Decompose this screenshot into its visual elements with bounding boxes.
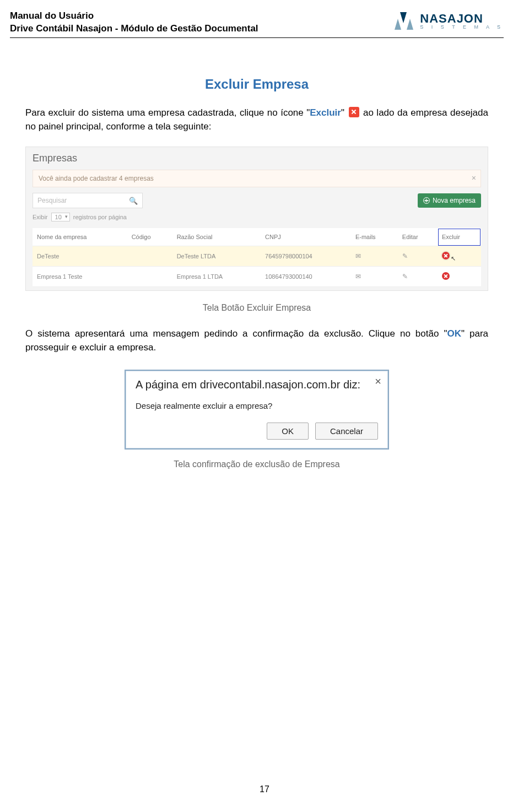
cell-razao: DeTeste LTDA xyxy=(172,246,261,267)
new-company-button[interactable]: Nova empresa xyxy=(418,193,481,208)
doc-title-1: Manual do Usuário xyxy=(10,10,258,23)
cell-editar: ✎ xyxy=(398,246,438,267)
cell-excluir: ↖ xyxy=(438,246,481,267)
dialog-message: Deseja realmente excluir a empresa? xyxy=(136,401,378,410)
section-title: Excluir Empresa xyxy=(25,77,488,92)
col-emails: E-mails xyxy=(351,228,398,246)
panel-toolbar: Pesquisar 🔍 Nova empresa xyxy=(33,193,481,208)
cell-editar: ✎ xyxy=(398,267,438,287)
alert-banner: Você ainda pode cadastrar 4 empresas × xyxy=(33,170,481,187)
search-placeholder: Pesquisar xyxy=(37,197,67,204)
page-size-select[interactable]: 10 xyxy=(51,213,70,221)
col-editar: Editar xyxy=(398,228,438,246)
page-header: Manual do Usuário Drive Contábil Nasajon… xyxy=(10,10,504,38)
plus-icon xyxy=(423,197,430,204)
page-size-row: Exibir 10 registros por página xyxy=(33,213,481,221)
brand-logo: NASAJON S I S T E M A S xyxy=(392,10,504,31)
table-header-row: Nome da empresa Código Razão Social CNPJ… xyxy=(33,228,481,246)
col-cnpj: CNPJ xyxy=(261,228,351,246)
companies-table: Nome da empresa Código Razão Social CNPJ… xyxy=(33,228,481,287)
brand-sub: S I S T E M A S xyxy=(420,25,504,30)
cell-nome: Empresa 1 Teste xyxy=(33,267,127,287)
col-razao: Razão Social xyxy=(172,228,261,246)
figure-caption-1: Tela Botão Excluir Empresa xyxy=(25,303,488,313)
cell-cnpj: 76459798000104 xyxy=(261,246,351,267)
close-icon xyxy=(349,107,359,117)
p1-before: Para excluir do sistema uma empresa cada… xyxy=(25,107,306,118)
brand-logo-text: NASAJON S I S T E M A S xyxy=(420,13,504,30)
mail-icon[interactable]: ✉ xyxy=(355,273,361,280)
nasajon-logo-icon xyxy=(392,11,415,31)
edit-icon[interactable]: ✎ xyxy=(402,252,408,260)
svg-marker-0 xyxy=(395,19,401,30)
cell-codigo xyxy=(127,246,172,267)
col-excluir: Excluir xyxy=(438,228,481,246)
cell-excluir xyxy=(438,267,481,287)
pager-prefix: Exibir xyxy=(33,214,48,220)
col-codigo: Código xyxy=(127,228,172,246)
brand-name: NASAJON xyxy=(420,13,504,25)
dialog-title: A página em drivecontabil.nasajon.com.br… xyxy=(136,378,378,391)
p2-line1: O sistema apresentará uma mensagem pedin… xyxy=(25,328,444,339)
confirm-dialog: × A página em drivecontabil.nasajon.com.… xyxy=(125,370,389,450)
dialog-close-icon[interactable]: × xyxy=(375,375,381,388)
search-icon: 🔍 xyxy=(129,197,138,205)
cell-emails: ✉ xyxy=(351,246,398,267)
cell-razao: Empresa 1 LTDA xyxy=(172,267,261,287)
search-input[interactable]: Pesquisar 🔍 xyxy=(33,193,143,208)
alert-text: Você ainda pode cadastrar 4 empresas xyxy=(39,175,154,182)
table-row: Empresa 1 Teste Empresa 1 LTDA 108647930… xyxy=(33,267,481,287)
mail-icon[interactable]: ✉ xyxy=(355,252,361,260)
cell-codigo xyxy=(127,267,172,287)
p2-ok: OK xyxy=(447,328,461,339)
delete-icon[interactable] xyxy=(442,252,450,259)
cell-nome: DeTeste xyxy=(33,246,127,267)
cell-cnpj: 10864793000140 xyxy=(261,267,351,287)
p1-excluir: Excluir xyxy=(310,107,341,118)
dialog-buttons: OK Cancelar xyxy=(136,423,378,440)
cursor-icon: ↖ xyxy=(451,255,456,262)
p1-qc: " xyxy=(341,107,344,118)
delete-icon[interactable] xyxy=(442,272,450,280)
new-company-label: Nova empresa xyxy=(433,197,476,204)
header-titles: Manual do Usuário Drive Contábil Nasajon… xyxy=(10,10,258,35)
dialog-screenshot: × A página em drivecontabil.nasajon.com.… xyxy=(25,370,488,450)
empresas-panel-screenshot: Empresas Você ainda pode cadastrar 4 emp… xyxy=(25,147,488,291)
col-nome: Nome da empresa xyxy=(33,228,127,246)
svg-marker-1 xyxy=(400,12,407,23)
table-row: DeTeste DeTeste LTDA 76459798000104 ✉ ✎ … xyxy=(33,246,481,267)
panel-title: Empresas xyxy=(33,153,481,164)
cell-emails: ✉ xyxy=(351,267,398,287)
alert-close-icon[interactable]: × xyxy=(472,174,476,182)
doc-title-2: Drive Contábil Nasajon - Módulo de Gestã… xyxy=(10,23,258,35)
page-number: 17 xyxy=(260,784,269,794)
pager-suffix: registros por página xyxy=(73,214,127,220)
cancel-button[interactable]: Cancelar xyxy=(315,423,378,440)
svg-marker-2 xyxy=(407,19,413,30)
ok-button[interactable]: OK xyxy=(267,423,309,440)
paragraph-2: O sistema apresentará uma mensagem pedin… xyxy=(25,327,488,354)
edit-icon[interactable]: ✎ xyxy=(402,273,408,280)
figure-caption-2: Tela confirmação de exclusão de Empresa xyxy=(25,459,488,469)
paragraph-1: Para excluir do sistema uma empresa cada… xyxy=(25,106,488,133)
